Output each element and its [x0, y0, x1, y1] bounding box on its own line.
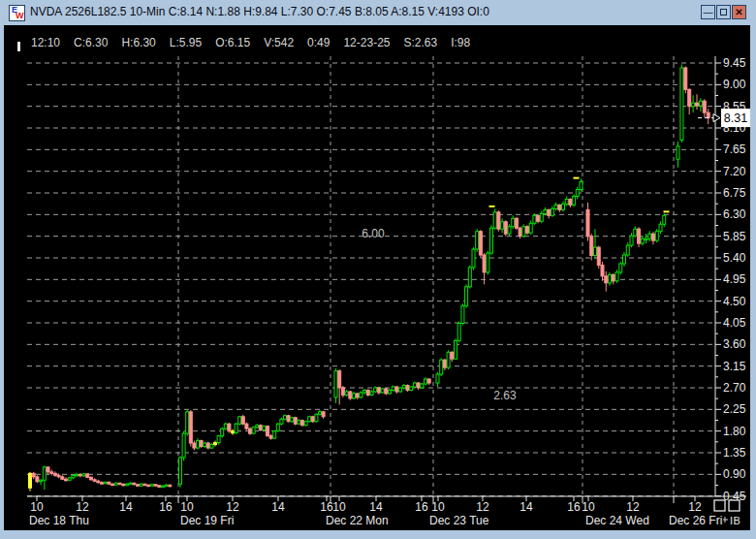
x-axis-hour-label: 10 [431, 500, 445, 514]
y-axis-label: 5.85 [723, 230, 746, 243]
candle-body [497, 212, 500, 229]
x-axis-date-label: Dec 22 Mon [326, 514, 389, 527]
candle-body [97, 481, 100, 482]
candle-body [193, 443, 196, 448]
candle-body [182, 433, 185, 458]
candle-body [440, 360, 443, 374]
y-axis-label: 6.75 [723, 186, 746, 200]
candle-body [504, 222, 507, 234]
price-annotation: 2.63 [493, 389, 517, 402]
candle-body [133, 483, 136, 484]
x-axis-hour-label: 14 [119, 500, 133, 514]
candle-body [479, 232, 482, 255]
candle-body [93, 480, 96, 481]
candle-body [179, 458, 182, 484]
candle-body [129, 483, 132, 484]
candle-body [381, 389, 384, 393]
last-price-label: 8.31 [724, 111, 747, 125]
candle-body [256, 426, 259, 428]
candle-body [349, 392, 352, 398]
candle-body [399, 388, 402, 392]
candle-body [122, 484, 125, 485]
candle-body [50, 472, 53, 473]
candle-body [688, 89, 691, 106]
x-axis-hour-label: 16 [415, 500, 428, 514]
info-field-8: S:2.63 [403, 36, 437, 49]
candle-body [217, 436, 220, 443]
candle-body [605, 276, 608, 283]
signal-marker [574, 177, 580, 179]
candle-body [512, 218, 515, 226]
candle-body [537, 215, 540, 221]
candle-body [648, 234, 651, 238]
x-axis-hour-label: 10 [582, 500, 595, 514]
candle-body [232, 431, 235, 433]
candle-body [573, 196, 576, 205]
candle-body [623, 255, 626, 264]
candle-body [68, 478, 71, 480]
x-axis-hour-label: 14 [520, 500, 533, 514]
candle-body [206, 443, 209, 448]
candlestick-chart-canvas[interactable]: 9.459.008.558.107.657.206.756.305.855.40… [0, 0, 756, 539]
candle-body [360, 393, 362, 397]
x-axis-date-label: Dec 19 Fri [180, 514, 234, 527]
x-axis-hour-label: 14 [369, 500, 383, 514]
y-axis-label: 4.05 [723, 316, 746, 330]
candle-body [663, 215, 666, 224]
candle-body [101, 483, 104, 484]
candle-body [476, 232, 479, 249]
candle-body [228, 424, 231, 430]
candle-body [186, 412, 189, 433]
candle-body [501, 222, 504, 229]
candle-body [40, 480, 43, 481]
info-field-2: H:6.30 [121, 36, 155, 49]
candle-body [301, 421, 304, 426]
toolbar-grip-icon[interactable] [17, 42, 20, 51]
candle-body [597, 247, 600, 265]
y-axis-label: 2.25 [723, 402, 746, 416]
x-axis-hour-label: 10 [30, 500, 44, 514]
candle-body [515, 218, 518, 228]
candle-body [118, 483, 121, 484]
info-field-6: 0:49 [307, 36, 330, 49]
candle-body [315, 414, 318, 421]
candle-body [82, 474, 85, 476]
candle-body [707, 112, 709, 117]
candle-body [86, 474, 89, 477]
candle-body [551, 208, 553, 215]
x-axis-hour-label: 16 [320, 500, 333, 514]
candle-body [43, 467, 46, 480]
candle-body [472, 249, 475, 268]
y-axis-label: 3.60 [723, 337, 746, 351]
candle-body [259, 426, 262, 430]
x-axis-date-label: Dec 23 Tue [429, 514, 489, 527]
candle-body [76, 474, 79, 475]
candle-body [684, 68, 687, 89]
x-axis-hour-label: 12 [688, 500, 702, 514]
y-axis-label: 7.20 [723, 165, 746, 178]
candle-body [287, 416, 290, 422]
candle-body [413, 383, 416, 387]
candle-body [36, 477, 39, 482]
candle-body [677, 146, 679, 159]
y-axis-label: 0.90 [723, 467, 746, 481]
candle-body [345, 392, 348, 395]
y-axis-label: 3.15 [723, 360, 746, 373]
candle-body [89, 477, 92, 479]
price-annotation: 6.00 [362, 227, 385, 240]
candle-body [490, 228, 493, 253]
candle-body [590, 237, 593, 256]
candle-body [291, 418, 294, 422]
candle-body [298, 421, 300, 424]
candle-body [221, 428, 224, 435]
candle-body [493, 212, 496, 228]
candle-body [269, 436, 272, 438]
candle-body [294, 418, 297, 424]
candle-body [341, 388, 344, 395]
candle-body [638, 229, 641, 243]
candle-body [356, 394, 359, 397]
candle-body [612, 274, 614, 280]
candle-body [189, 412, 192, 443]
candle-body [111, 484, 114, 485]
signal-marker [489, 206, 495, 207]
